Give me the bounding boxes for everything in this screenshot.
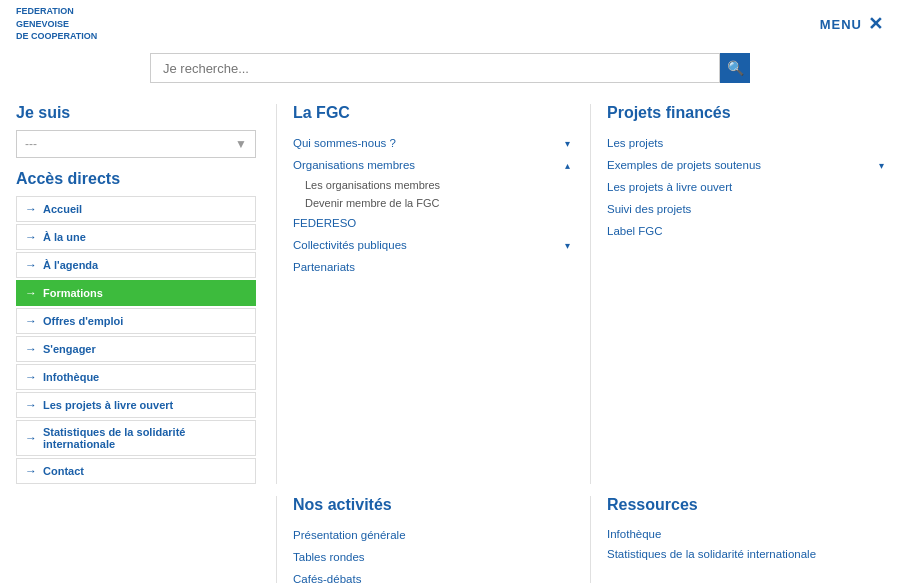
activite-item[interactable]: Présentation générale — [293, 524, 570, 546]
dropdown-arrow-icon: ▼ — [235, 137, 247, 151]
fgc-sub-item[interactable]: Devenir membre de la FGC — [293, 194, 570, 212]
arrow-icon: → — [25, 286, 37, 300]
arrow-icon: → — [25, 370, 37, 384]
nav-link-contact[interactable]: →Contact — [16, 458, 256, 484]
ressource-item[interactable]: Infothèque — [607, 524, 884, 544]
header: FEDERATION GENEVOISE DE COOPERATION MENU… — [0, 0, 900, 48]
search-icon: 🔍 — [727, 60, 744, 76]
nav-links: →Accueil→À la une→À l'agenda→Formations→… — [16, 196, 256, 484]
logo: FEDERATION GENEVOISE DE COOPERATION — [16, 5, 97, 43]
nav-link-offres-demploi[interactable]: →Offres d'emploi — [16, 308, 256, 334]
je-suis-title: Je suis — [16, 104, 256, 122]
arrow-icon: → — [25, 464, 37, 478]
projet-item[interactable]: Les projets — [607, 132, 884, 154]
nav-link--la-une[interactable]: →À la une — [16, 224, 256, 250]
projet-item[interactable]: Exemples de projets soutenus▾ — [607, 154, 884, 176]
la-fgc-title: La FGC — [293, 104, 570, 122]
activite-item[interactable]: Tables rondes — [293, 546, 570, 568]
search-input[interactable] — [150, 53, 720, 83]
fgc-menu-item: Partenariats — [293, 256, 570, 278]
arrow-icon: → — [25, 314, 37, 328]
fgc-sub-item[interactable]: Les organisations membres — [293, 176, 570, 194]
fgc-item-collectivits-publiques[interactable]: Collectivités publiques▾ — [293, 234, 570, 256]
nav-link-label: Accueil — [43, 203, 82, 215]
fgc-menu-item: Organisations membres▴Les organisations … — [293, 154, 570, 212]
fgc-item-label: Collectivités publiques — [293, 239, 407, 251]
nav-link-statistiques-de-la-solidarit-internationale[interactable]: →Statistiques de la solidarité internati… — [16, 420, 256, 456]
la-fgc-items: Qui sommes-nous ?▾Organisations membres▴… — [293, 132, 570, 278]
nav-link-label: Les projets à livre ouvert — [43, 399, 173, 411]
main-content: Je suis --- ▼ Accès directs →Accueil→À l… — [0, 88, 900, 583]
ressources-column: Ressources InfothèqueStatistiques de la … — [590, 496, 884, 583]
menu-label: MENU — [820, 17, 862, 32]
nav-link-label: Contact — [43, 465, 84, 477]
fgc-item-partenariats[interactable]: Partenariats — [293, 256, 570, 278]
fgc-item-label: Partenariats — [293, 261, 355, 273]
nav-link--lagenda[interactable]: →À l'agenda — [16, 252, 256, 278]
nav-link-label: S'engager — [43, 343, 96, 355]
fgc-item-federeso[interactable]: FEDERESO — [293, 212, 570, 234]
nav-link-infothque[interactable]: →Infothèque — [16, 364, 256, 390]
fgc-item-label: Organisations membres — [293, 159, 415, 171]
projet-item[interactable]: Suivi des projets — [607, 198, 884, 220]
nav-link-label: Offres d'emploi — [43, 315, 123, 327]
nav-link-label: À la une — [43, 231, 86, 243]
close-icon: ✕ — [868, 13, 884, 35]
projet-item-label: Les projets à livre ouvert — [607, 181, 732, 193]
nav-link-label: Infothèque — [43, 371, 99, 383]
activite-item[interactable]: Cafés-débats — [293, 568, 570, 583]
left-column: Je suis --- ▼ Accès directs →Accueil→À l… — [16, 104, 256, 484]
projet-item[interactable]: Les projets à livre ouvert — [607, 176, 884, 198]
nos-activites-column: Nos activités Présentation généraleTable… — [276, 496, 570, 583]
projets-items: Les projetsExemples de projets soutenus▾… — [607, 132, 884, 242]
chevron-icon: ▴ — [565, 160, 570, 171]
chevron-icon: ▾ — [565, 138, 570, 149]
projet-item-label: Label FGC — [607, 225, 663, 237]
chevron-icon: ▾ — [879, 160, 884, 171]
nav-link-les-projets--livre-ouvert[interactable]: →Les projets à livre ouvert — [16, 392, 256, 418]
arrow-icon: → — [25, 258, 37, 272]
projets-title: Projets financés — [607, 104, 884, 122]
la-fgc-column: La FGC Qui sommes-nous ?▾Organisations m… — [276, 104, 570, 484]
nos-activites-items: Présentation généraleTables rondesCafés-… — [293, 524, 570, 583]
ressources-title: Ressources — [607, 496, 884, 514]
projet-item-label: Exemples de projets soutenus — [607, 159, 761, 171]
menu-button[interactable]: MENU ✕ — [820, 13, 884, 35]
projet-item-label: Suivi des projets — [607, 203, 691, 215]
nos-activites-title: Nos activités — [293, 496, 570, 514]
fgc-item-qui-sommes-nous-[interactable]: Qui sommes-nous ?▾ — [293, 132, 570, 154]
bottom-left — [16, 496, 256, 583]
search-bar: 🔍 — [0, 48, 900, 88]
arrow-icon: → — [25, 398, 37, 412]
fgc-item-organisations-membres[interactable]: Organisations membres▴ — [293, 154, 570, 176]
activite-item-label: Tables rondes — [293, 551, 365, 563]
arrow-icon: → — [25, 431, 37, 445]
nav-link-formations[interactable]: →Formations — [16, 280, 256, 306]
ressource-item[interactable]: Statistiques de la solidarité internatio… — [607, 544, 884, 564]
acces-directs-title: Accès directs — [16, 170, 256, 188]
je-suis-value: --- — [25, 137, 37, 151]
arrow-icon: → — [25, 202, 37, 216]
fgc-menu-item: Collectivités publiques▾ — [293, 234, 570, 256]
projets-column: Projets financés Les projetsExemples de … — [590, 104, 884, 484]
activite-item-label: Cafés-débats — [293, 573, 361, 583]
activite-item-label: Présentation générale — [293, 529, 406, 541]
logo-line1: FEDERATION — [16, 5, 97, 18]
chevron-icon: ▾ — [565, 240, 570, 251]
fgc-menu-item: FEDERESO — [293, 212, 570, 234]
nav-link-accueil[interactable]: →Accueil — [16, 196, 256, 222]
arrow-icon: → — [25, 342, 37, 356]
fgc-menu-item: Qui sommes-nous ?▾ — [293, 132, 570, 154]
logo-line2: GENEVOISE — [16, 18, 97, 31]
ressources-items: InfothèqueStatistiques de la solidarité … — [607, 524, 884, 564]
nav-link-label: Formations — [43, 287, 103, 299]
projet-item-label: Les projets — [607, 137, 663, 149]
logo-line3: DE COOPERATION — [16, 30, 97, 43]
projet-item[interactable]: Label FGC — [607, 220, 884, 242]
nav-link-label: À l'agenda — [43, 259, 98, 271]
nav-link-label: Statistiques de la solidarité internatio… — [43, 426, 247, 450]
nav-link-sengager[interactable]: →S'engager — [16, 336, 256, 362]
je-suis-dropdown[interactable]: --- ▼ — [16, 130, 256, 158]
search-button[interactable]: 🔍 — [720, 53, 750, 83]
fgc-item-label: Qui sommes-nous ? — [293, 137, 396, 149]
